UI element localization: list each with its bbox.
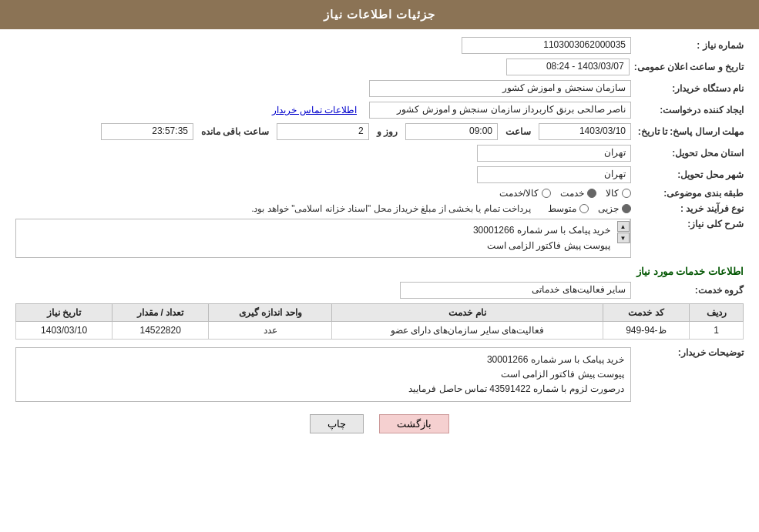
province-value: تهران bbox=[477, 145, 631, 162]
buyer-desc-line3: درصورت لزوم با شماره 43591422 تماس حاصل … bbox=[22, 382, 624, 396]
service-group-label: گروه خدمت: bbox=[636, 285, 744, 296]
announce-label: تاریخ و ساعت اعلان عمومی: bbox=[634, 62, 744, 72]
need-desc-line1: خرید پیامک با سر شماره 30001266 bbox=[22, 223, 610, 238]
cell-quantity: 14522820 bbox=[113, 321, 209, 339]
services-section-title: اطلاعات خدمات مورد نیاز bbox=[15, 266, 744, 277]
deadline-row: مهلت ارسال پاسخ: تا تاریخ: 1403/03/10 سا… bbox=[15, 123, 744, 140]
process-options: جزیی متوسط bbox=[548, 203, 631, 214]
category-options: کالا خدمت کالا/خدمت bbox=[499, 188, 631, 199]
category-both[interactable]: کالا/خدمت bbox=[499, 188, 551, 199]
need-desc-label: شرح کلی نیاز: bbox=[636, 219, 744, 229]
deadline-remaining: 23:57:35 bbox=[101, 123, 193, 140]
col-code: کد خدمت bbox=[603, 303, 690, 321]
city-row: شهر محل تحویل: تهران bbox=[15, 166, 744, 183]
scroll-side: ▲ ▼ bbox=[616, 219, 630, 243]
category-both-radio[interactable] bbox=[542, 189, 551, 198]
services-table: ردیف کد خدمت نام خدمت واحد اندازه گیری ت… bbox=[15, 303, 744, 340]
col-quantity: تعداد / مقدار bbox=[113, 303, 209, 321]
buyer-org-label: نام دستگاه خریدار: bbox=[636, 83, 744, 94]
buyer-desc-line2: پیوست پیش فاکتور الزامی است bbox=[22, 367, 624, 382]
process-jozee-radio[interactable] bbox=[622, 204, 631, 213]
scroll-down-btn[interactable]: ▼ bbox=[617, 233, 630, 243]
category-khedmat-radio[interactable] bbox=[587, 189, 596, 198]
service-group-value: سایر فعالیت‌های خدماتی bbox=[400, 282, 631, 299]
process-mootavasset-radio[interactable] bbox=[579, 204, 589, 213]
deadline-day-label: روز و bbox=[377, 126, 398, 137]
need-desc-box: ▲ ▼ خرید پیامک با سر شماره 30001266 پیوس… bbox=[15, 219, 631, 258]
need-number-label: شماره نیاز : bbox=[636, 40, 744, 51]
deadline-label: مهلت ارسال پاسخ: تا تاریخ: bbox=[636, 126, 744, 137]
buyer-org-value: سازمان سنجش و اموزش کشور bbox=[369, 80, 631, 97]
creator-value: ناصر صالحی برنق کاربرداز سازمان سنجش و ا… bbox=[369, 102, 631, 119]
need-desc-row: شرح کلی نیاز: ▲ ▼ خرید پیامک با سر شماره… bbox=[15, 219, 744, 258]
category-khedmat-label: خدمت bbox=[560, 188, 584, 199]
city-value: تهران bbox=[477, 166, 631, 183]
category-kala-radio[interactable] bbox=[622, 189, 631, 198]
province-row: استان محل تحویل: تهران bbox=[15, 145, 744, 162]
cell-row: 1 bbox=[690, 321, 744, 339]
process-mootavasset[interactable]: متوسط bbox=[548, 203, 589, 214]
scroll-up-btn[interactable]: ▲ bbox=[617, 221, 630, 232]
page-header: جزئیات اطلاعات نیاز bbox=[0, 0, 759, 29]
buyer-desc-label: توضیحات خریدار: bbox=[636, 347, 744, 358]
province-label: استان محل تحویل: bbox=[636, 148, 744, 159]
buyer-org-row: نام دستگاه خریدار: سازمان سنجش و اموزش ک… bbox=[15, 80, 744, 97]
creator-row: ایجاد کننده درخواست: ناصر صالحی برنق کار… bbox=[15, 102, 744, 119]
cell-code: ظ-94-949 bbox=[603, 321, 690, 339]
col-name: نام خدمت bbox=[332, 303, 603, 321]
process-note: پرداخت تمام یا بخشی از مبلغ خریداز محل "… bbox=[251, 203, 531, 214]
table-row: 1ظ-94-949فعالیت‌های سایر سازمان‌های دارا… bbox=[16, 321, 744, 339]
process-row: نوع فرآیند خرید : جزیی متوسط پرداخت تمام… bbox=[15, 203, 744, 214]
process-jozee[interactable]: جزیی bbox=[598, 203, 631, 214]
back-button[interactable]: بازگشت bbox=[379, 414, 449, 433]
need-desc-text: خرید پیامک با سر شماره 30001266 پیوست پی… bbox=[16, 219, 616, 257]
buyer-desc-row: توضیحات خریدار: خرید پیامک با سر شماره 3… bbox=[15, 347, 744, 403]
page-wrapper: جزئیات اطلاعات نیاز شماره نیاز : 1103003… bbox=[0, 0, 759, 532]
print-button[interactable]: چاپ bbox=[310, 414, 364, 433]
col-unit: واحد اندازه گیری bbox=[209, 303, 332, 321]
category-kala[interactable]: کالا bbox=[606, 188, 631, 199]
col-row: ردیف bbox=[690, 303, 744, 321]
main-content: شماره نیاز : 1103003062000035 تاریخ و سا… bbox=[0, 29, 759, 449]
buyer-desc-box: خرید پیامک با سر شماره 30001266 پیوست پی… bbox=[15, 347, 631, 403]
category-row: طبقه بندی موضوعی: کالا خدمت کالا/خدمت bbox=[15, 188, 744, 199]
deadline-remaining-label: ساعت باقی مانده bbox=[201, 126, 269, 137]
category-label: طبقه بندی موضوعی: bbox=[636, 188, 744, 199]
category-khedmat[interactable]: خدمت bbox=[560, 188, 596, 199]
need-number-row: شماره نیاز : 1103003062000035 bbox=[15, 37, 744, 54]
buyer-desc-line1: خرید پیامک با سر شماره 30001266 bbox=[22, 353, 624, 367]
deadline-time-label: ساعت bbox=[505, 126, 531, 137]
deadline-time: 09:00 bbox=[405, 123, 498, 140]
category-kala-label: کالا bbox=[606, 188, 619, 199]
page-title: جزئیات اطلاعات نیاز bbox=[324, 8, 435, 21]
need-desc-line2: پیوست پیش فاکتور الزامی است bbox=[22, 238, 610, 253]
deadline-days: 2 bbox=[277, 123, 369, 140]
contact-link[interactable]: اطلاعات تماس خریدار bbox=[272, 105, 357, 115]
announce-value: 1403/03/07 - 08:24 bbox=[506, 59, 630, 75]
category-both-label: کالا/خدمت bbox=[499, 188, 539, 199]
process-mootavasset-label: متوسط bbox=[548, 203, 576, 214]
creator-label: ایجاد کننده درخواست: bbox=[636, 105, 744, 115]
services-table-wrap: ردیف کد خدمت نام خدمت واحد اندازه گیری ت… bbox=[15, 303, 744, 340]
deadline-date: 1403/03/10 bbox=[539, 123, 631, 140]
cell-name: فعالیت‌های سایر سازمان‌های دارای عضو bbox=[332, 321, 603, 339]
button-row: بازگشت چاپ bbox=[15, 414, 744, 433]
process-label: نوع فرآیند خرید : bbox=[636, 203, 744, 214]
service-group-row: گروه خدمت: سایر فعالیت‌های خدماتی bbox=[15, 282, 744, 299]
announce-row: تاریخ و ساعت اعلان عمومی: 1403/03/07 - 0… bbox=[15, 59, 744, 75]
city-label: شهر محل تحویل: bbox=[636, 169, 744, 180]
need-number-value: 1103003062000035 bbox=[462, 37, 631, 54]
cell-unit: عدد bbox=[209, 321, 332, 339]
process-jozee-label: جزیی bbox=[598, 203, 619, 214]
cell-date: 1403/03/10 bbox=[16, 321, 113, 339]
col-date: تاریخ نیاز bbox=[16, 303, 113, 321]
